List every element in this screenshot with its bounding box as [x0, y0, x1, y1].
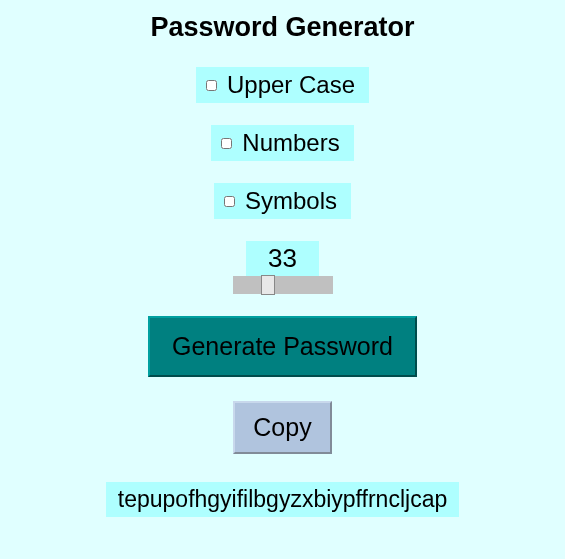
numbers-option[interactable]: Numbers	[211, 125, 353, 161]
password-output: tepupofhgyifilbgyzxbiypffrncljcap	[106, 482, 459, 517]
page-title: Password Generator	[150, 12, 414, 43]
uppercase-checkbox[interactable]	[206, 80, 217, 91]
symbols-option[interactable]: Symbols	[214, 183, 351, 219]
length-container: 33	[233, 241, 333, 294]
length-slider[interactable]	[233, 276, 333, 294]
numbers-checkbox[interactable]	[221, 138, 232, 149]
uppercase-option[interactable]: Upper Case	[196, 67, 369, 103]
generate-button[interactable]: Generate Password	[148, 316, 417, 377]
copy-button[interactable]: Copy	[233, 401, 331, 454]
length-value: 33	[246, 241, 319, 276]
symbols-label: Symbols	[245, 187, 337, 215]
symbols-checkbox[interactable]	[224, 196, 235, 207]
numbers-label: Numbers	[242, 129, 339, 157]
uppercase-label: Upper Case	[227, 71, 355, 99]
